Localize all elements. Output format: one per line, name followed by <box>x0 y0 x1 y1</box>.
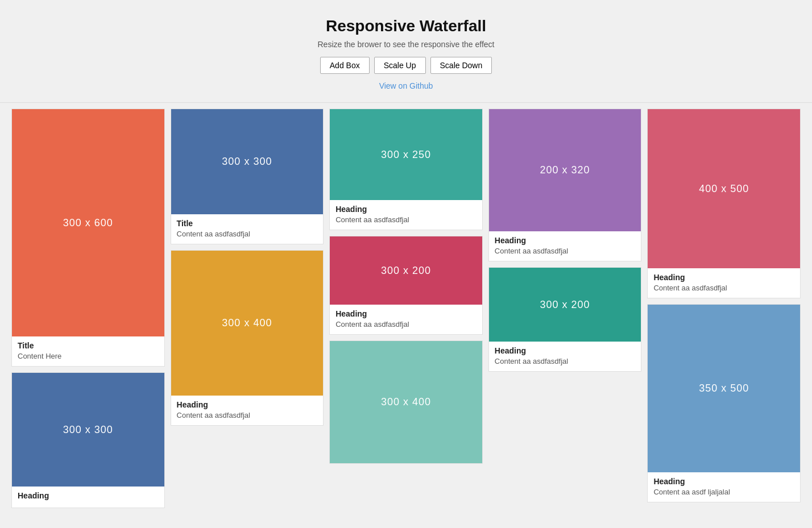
card-title-4-1: Heading <box>495 236 636 245</box>
card-title-1-1: Title <box>18 341 159 350</box>
card-4-2: 300 x 200 Heading Content aa asdfasdfjal <box>488 267 642 372</box>
column-5: 400 x 500 Heading Content aa asdfasdfjal… <box>647 109 801 502</box>
card-title-5-1: Heading <box>653 273 794 282</box>
card-body-1-2: Heading <box>12 487 164 508</box>
card-body-3-2: Heading Content aa asdfasdfjal <box>330 305 482 334</box>
card-content-3-1: Content aa asdfasdfjal <box>335 215 477 224</box>
card-image-5-1: 400 x 500 <box>648 109 800 268</box>
card-content-3-2: Content aa asdfasdfjal <box>335 320 477 329</box>
card-3-1: 300 x 250 Heading Content aa asdfasdfjal <box>329 109 483 230</box>
card-content-4-2: Content aa asdfasdfjal <box>495 357 636 365</box>
card-4-1: 200 x 320 Heading Content aa asdfasdfjal <box>488 109 642 261</box>
card-image-2-2: 300 x 400 <box>171 251 324 396</box>
column-4: 200 x 320 Heading Content aa asdfasdfjal… <box>488 109 642 372</box>
toolbar: Add Box Scale Up Scale Down <box>11 57 801 74</box>
card-1-2: 300 x 300 Heading <box>11 372 165 508</box>
page-title: Responsive Waterfall <box>11 17 801 35</box>
card-image-1-2: 300 x 300 <box>12 373 164 487</box>
card-body-4-1: Heading Content aa asdfasdfjal <box>489 231 641 261</box>
card-5-1: 400 x 500 Heading Content aa asdfasdfjal <box>647 109 801 298</box>
card-image-5-2: 350 x 500 <box>648 305 800 472</box>
card-body-2-1: Title Content aa asdfasdfjal <box>171 214 324 244</box>
card-1-1: 300 x 600 Title Content Here <box>11 109 165 367</box>
card-image-3-3: 300 x 400 <box>330 341 482 463</box>
scale-down-button[interactable]: Scale Down <box>430 57 492 74</box>
card-body-1-1: Title Content Here <box>12 336 164 366</box>
card-content-1-1: Content Here <box>18 352 159 360</box>
card-body-5-1: Heading Content aa asdfasdfjal <box>648 268 800 298</box>
card-content-5-2: Content aa asdf ljaljalal <box>653 488 794 496</box>
column-1: 300 x 600 Title Content Here 300 x 300 H… <box>11 109 165 508</box>
card-image-1-1: 300 x 600 <box>12 109 164 336</box>
scale-up-button[interactable]: Scale Up <box>374 57 426 74</box>
card-title-5-2: Heading <box>653 477 794 486</box>
card-2-1: 300 x 300 Title Content aa asdfasdfjal <box>171 109 324 244</box>
card-image-3-1: 300 x 250 <box>330 109 482 200</box>
card-image-2-1: 300 x 300 <box>171 109 324 214</box>
page-header: Responsive Waterfall Resize the brower t… <box>0 0 812 103</box>
card-body-5-2: Heading Content aa asdf ljaljalal <box>648 472 800 502</box>
waterfall-grid: 300 x 600 Title Content Here 300 x 300 H… <box>0 103 812 514</box>
column-2: 300 x 300 Title Content aa asdfasdfjal 3… <box>171 109 324 426</box>
card-content-2-1: Content aa asdfasdfjal <box>177 230 318 238</box>
column-3: 300 x 250 Heading Content aa asdfasdfjal… <box>329 109 483 464</box>
github-link[interactable]: View on Github <box>379 81 433 90</box>
card-content-2-2: Content aa asdfasdfjal <box>177 411 318 419</box>
card-title-2-2: Heading <box>177 400 318 409</box>
card-body-3-1: Heading Content aa asdfasdfjal <box>330 200 482 230</box>
card-3-3: 300 x 400 <box>329 340 483 464</box>
card-body-4-2: Heading Content aa asdfasdfjal <box>489 342 641 371</box>
card-content-5-1: Content aa asdfasdfjal <box>653 284 794 292</box>
card-5-2: 350 x 500 Heading Content aa asdf ljalja… <box>647 304 801 502</box>
card-title-4-2: Heading <box>495 346 636 355</box>
card-2-2: 300 x 400 Heading Content aa asdfasdfjal <box>171 250 324 426</box>
card-title-1-2: Heading <box>18 491 159 500</box>
card-image-4-2: 300 x 200 <box>489 268 641 342</box>
card-title-2-1: Title <box>177 219 318 228</box>
page-subtitle: Resize the brower to see the responsive … <box>11 40 801 49</box>
add-box-button[interactable]: Add Box <box>320 57 370 74</box>
card-image-3-2: 300 x 200 <box>330 236 482 305</box>
card-image-4-1: 200 x 320 <box>489 109 641 231</box>
card-3-2: 300 x 200 Heading Content aa asdfasdfjal <box>329 236 483 335</box>
card-body-2-2: Heading Content aa asdfasdfjal <box>171 396 324 425</box>
card-content-4-1: Content aa asdfasdfjal <box>495 247 636 255</box>
card-title-3-2: Heading <box>335 309 477 318</box>
card-title-3-1: Heading <box>335 205 477 214</box>
